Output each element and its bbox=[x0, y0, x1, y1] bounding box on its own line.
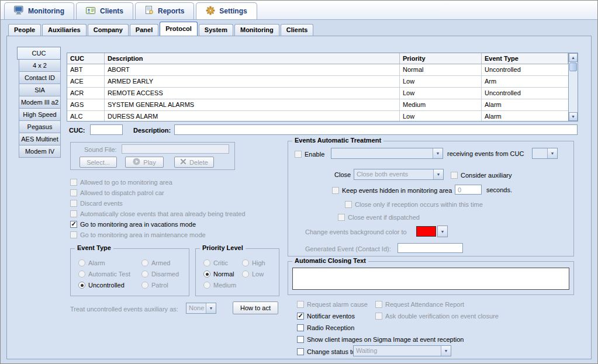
close-only-reception-checkbox[interactable]: Close only if reception occurs within th… bbox=[345, 200, 483, 209]
consider-auxiliary-label: Consider auxiliary bbox=[461, 172, 511, 179]
protocol-tab-aes-multinet[interactable]: AES Multinet bbox=[19, 133, 61, 145]
protocol-tab-pegasus[interactable]: Pegasus bbox=[19, 120, 61, 133]
close-mode-value: Close both events bbox=[354, 169, 433, 179]
tab-system[interactable]: System bbox=[199, 24, 233, 36]
how-to-act-button[interactable]: How to act bbox=[233, 301, 278, 314]
change-status-select[interactable]: Waiting ▼ bbox=[353, 345, 451, 356]
cell: REMOTE ACCESS bbox=[105, 88, 400, 99]
request-attendance-checkbox[interactable]: Request Attendance Report bbox=[375, 300, 464, 308]
tab-clients-sub[interactable]: Clients bbox=[281, 24, 314, 36]
tab-company[interactable]: Company bbox=[88, 24, 129, 36]
option-vacations-mode[interactable]: ✓Go to monitoring area in vacations mode bbox=[70, 220, 196, 228]
protocol-tab-modem-iv[interactable]: Modem IV bbox=[19, 145, 61, 158]
protocol-tab-label: Pegasus bbox=[27, 123, 53, 130]
radio-critic[interactable]: Critic bbox=[203, 259, 228, 267]
radio-armed[interactable]: Armed bbox=[141, 259, 170, 267]
tab-monitoring[interactable]: Monitoring bbox=[4, 2, 74, 19]
close-mode-select[interactable]: Close both events ▼ bbox=[354, 169, 444, 180]
col-header-cuc[interactable]: CUC bbox=[67, 53, 105, 64]
chevron-down-icon[interactable]: ▼ bbox=[206, 303, 216, 313]
tab-people[interactable]: People bbox=[8, 24, 41, 36]
option-allowed-monitoring-area[interactable]: Allowed to go to monitoring area bbox=[70, 178, 172, 186]
table-row[interactable]: ABT ABORT Normal Uncontrolled bbox=[67, 64, 568, 76]
option-maintenance-mode[interactable]: Go to monitoring area in maintenance mod… bbox=[70, 231, 206, 239]
tab-clients[interactable]: Clients bbox=[76, 2, 133, 19]
table-row[interactable]: AGS SYSTEM GENERAL ALARMS Medium Alarm bbox=[67, 99, 568, 111]
play-sound-button[interactable]: Play bbox=[125, 157, 164, 168]
change-status-checkbox[interactable]: Change status to bbox=[297, 348, 355, 356]
generated-event-input[interactable] bbox=[397, 243, 463, 253]
protocol-tab-high-speed[interactable]: High Speed bbox=[19, 108, 61, 121]
col-header-priority[interactable]: Priority bbox=[400, 53, 482, 64]
scrollbar-thumb[interactable] bbox=[569, 63, 577, 71]
enable-label: Enable bbox=[305, 151, 324, 158]
notificar-eventos-checkbox[interactable]: ✓Notificar eventos bbox=[297, 312, 355, 320]
radio-high[interactable]: High bbox=[242, 259, 265, 267]
description-input[interactable] bbox=[174, 124, 578, 135]
scroll-up-icon[interactable]: ▲ bbox=[569, 53, 578, 62]
table-row[interactable]: ACE ARMED EARLY Low Arm bbox=[67, 76, 568, 88]
scrollbar-track[interactable] bbox=[569, 72, 578, 112]
table-scrollbar[interactable]: ▲ ▼ bbox=[568, 53, 578, 121]
treatment-event-select[interactable]: ▼ bbox=[331, 148, 443, 159]
protocol-tab-4x2[interactable]: 4 x 2 bbox=[19, 59, 61, 72]
option-auto-close-treated[interactable]: Automatically close events that area alr… bbox=[70, 210, 246, 218]
protocol-tab-label: Modem IV bbox=[25, 148, 54, 155]
tab-panel[interactable]: Panel bbox=[130, 24, 158, 36]
auto-closing-textarea[interactable] bbox=[292, 268, 569, 290]
seconds-label: seconds. bbox=[486, 186, 512, 193]
request-alarm-cause-checkbox[interactable]: Request alarm cause bbox=[297, 300, 368, 308]
tab-auxiliaries[interactable]: Auxiliaries bbox=[42, 24, 87, 36]
keep-hidden-seconds-input[interactable] bbox=[455, 185, 482, 195]
consider-auxiliary-checkbox[interactable]: Consider auxiliary bbox=[451, 171, 511, 179]
radio-reception-checkbox[interactable]: Radio Reception bbox=[297, 324, 354, 332]
radio-normal[interactable]: Normal bbox=[203, 270, 234, 278]
event-color-swatch[interactable] bbox=[416, 226, 436, 237]
col-header-description[interactable]: Description bbox=[105, 53, 400, 64]
sound-file-input[interactable] bbox=[122, 144, 229, 154]
protocol-tab-cuc[interactable]: CUC bbox=[17, 47, 61, 60]
chevron-down-icon[interactable]: ▼ bbox=[437, 226, 448, 237]
treat-auxiliary-select[interactable]: None ▼ bbox=[186, 303, 216, 314]
radio-disarmed[interactable]: Disarmed bbox=[141, 270, 179, 278]
scroll-down-icon[interactable]: ▼ bbox=[569, 112, 578, 121]
tab-reports[interactable]: Reports bbox=[135, 2, 194, 19]
radio-patrol[interactable]: Patrol bbox=[141, 281, 168, 289]
cell: ALC bbox=[67, 111, 105, 121]
radio-low[interactable]: Low bbox=[242, 270, 264, 278]
enable-checkbox[interactable]: Enable bbox=[295, 150, 324, 158]
chevron-down-icon[interactable]: ▼ bbox=[547, 148, 557, 158]
radio-alarm[interactable]: Alarm bbox=[78, 259, 105, 267]
radio-automatic-test[interactable]: Automatic Test bbox=[78, 270, 130, 278]
ask-double-verification-checkbox[interactable]: Ask double verification on event closure bbox=[375, 312, 499, 320]
protocol-tab-modem-iii[interactable]: Modem III a2 bbox=[19, 96, 61, 109]
flag-label: Request alarm cause bbox=[307, 301, 368, 308]
protocol-tab-sia[interactable]: SIA bbox=[19, 84, 61, 96]
delete-sound-button[interactable]: Delete bbox=[174, 157, 214, 168]
option-dispatch-patrol-car[interactable]: Allowed to dispatch patrol car bbox=[70, 189, 164, 197]
cuc-input[interactable] bbox=[90, 124, 123, 135]
radio-icon bbox=[242, 271, 249, 278]
reports-icon bbox=[145, 6, 154, 16]
event-color-picker[interactable]: ▼ bbox=[416, 225, 448, 238]
table-row[interactable]: ALC DURESS ALARM Low Alarm bbox=[67, 111, 568, 121]
tab-settings[interactable]: Settings bbox=[196, 2, 257, 19]
chevron-down-icon[interactable]: ▼ bbox=[441, 346, 451, 356]
checkbox-icon bbox=[297, 301, 304, 308]
show-client-images-checkbox[interactable]: Show client images on Sigma Image at eve… bbox=[297, 335, 464, 344]
receiving-cuc-select[interactable]: ▼ bbox=[532, 148, 558, 159]
protocol-tab-label: AES Multinet bbox=[21, 136, 58, 143]
close-if-dispatched-checkbox[interactable]: Close event if dispatched bbox=[338, 213, 420, 221]
protocol-tab-contact-id[interactable]: Contact ID bbox=[19, 71, 61, 84]
table-row[interactable]: ACR REMOTE ACCESS Low Uncontrolled bbox=[67, 88, 568, 99]
tab-protocol[interactable]: Protocol bbox=[160, 22, 198, 36]
chevron-down-icon[interactable]: ▼ bbox=[433, 148, 443, 158]
radio-uncontrolled[interactable]: Uncontrolled bbox=[78, 281, 125, 289]
tab-monitoring-sub[interactable]: Monitoring bbox=[234, 24, 279, 36]
chevron-down-icon[interactable]: ▼ bbox=[433, 169, 443, 179]
keep-hidden-checkbox[interactable]: Keep events hidden in monitoring area bbox=[332, 186, 452, 195]
radio-medium[interactable]: Medium bbox=[203, 281, 236, 289]
select-sound-button[interactable]: Select... bbox=[79, 157, 117, 168]
col-header-event-type[interactable]: Event Type bbox=[482, 53, 568, 64]
option-discard-events[interactable]: Discard events bbox=[70, 199, 123, 207]
